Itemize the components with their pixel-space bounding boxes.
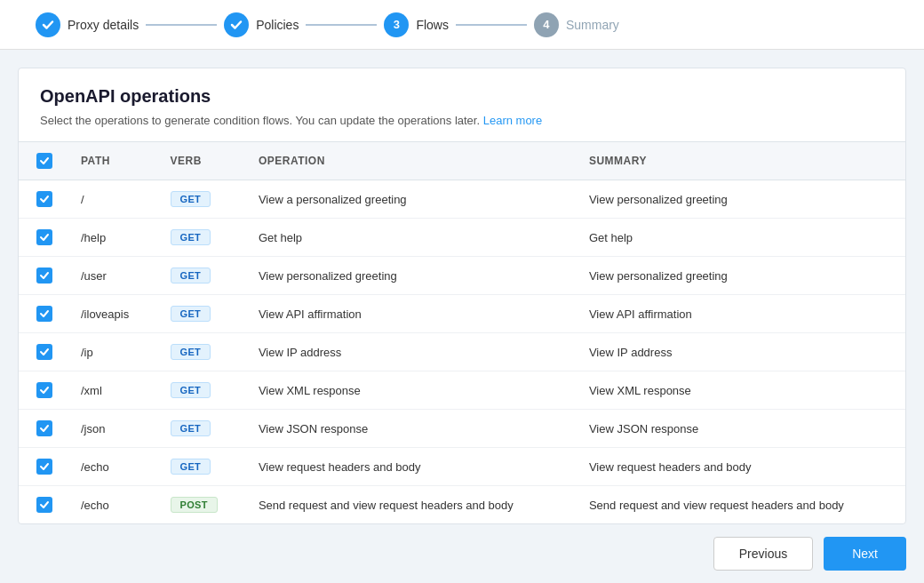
- table-row: /echoPOSTSend request and view request h…: [19, 486, 905, 524]
- row-operation: View IP address: [244, 333, 575, 371]
- step-summary: 4Summary: [534, 12, 619, 37]
- row-checkbox-cell: [19, 257, 67, 295]
- row-checkbox[interactable]: [36, 420, 52, 436]
- row-verb: GET: [156, 371, 244, 410]
- row-summary: View XML response: [575, 371, 905, 410]
- header-checkbox-col: [19, 142, 67, 180]
- step-icon-summary: 4: [534, 12, 559, 37]
- row-operation: Send request and view request headers an…: [244, 486, 575, 524]
- page-title: OpenAPI operations: [40, 86, 884, 107]
- table-row: /jsonGETView JSON responseView JSON resp…: [19, 410, 905, 448]
- table-body: /GETView a personalized greetingView per…: [19, 180, 905, 524]
- table-row: /userGETView personalized greetingView p…: [19, 257, 905, 295]
- row-checkbox-cell: [19, 295, 67, 333]
- row-checkbox[interactable]: [36, 191, 52, 207]
- row-summary: View API affirmation: [575, 295, 905, 333]
- row-path: /iloveapis: [67, 295, 156, 333]
- table-row: /xmlGETView XML responseView XML respons…: [19, 371, 905, 410]
- stepper: Proxy detailsPolicies3Flows4Summary: [0, 0, 924, 50]
- row-summary: Send request and view request headers an…: [575, 486, 905, 524]
- step-label-flows: Flows: [416, 18, 449, 32]
- row-checkbox[interactable]: [36, 382, 52, 398]
- header-summary: SUMMARY: [575, 142, 905, 180]
- row-verb: GET: [156, 219, 244, 257]
- card-header: OpenAPI operations Select the operations…: [19, 68, 905, 141]
- step-connector: [306, 24, 377, 26]
- row-path: /echo: [67, 448, 156, 486]
- row-operation: View personalized greeting: [244, 257, 575, 295]
- row-path: /user: [67, 257, 156, 295]
- table-row: /iloveapisGETView API affirmationView AP…: [19, 295, 905, 333]
- row-path: /: [67, 180, 156, 219]
- verb-badge-get: GET: [171, 344, 211, 360]
- step-label-proxy-details: Proxy details: [68, 18, 139, 32]
- row-summary: View JSON response: [575, 410, 905, 448]
- row-summary: View IP address: [575, 333, 905, 371]
- main-content: OpenAPI operations Select the operations…: [0, 50, 924, 524]
- step-policies: Policies: [224, 12, 299, 37]
- row-checkbox[interactable]: [36, 459, 52, 475]
- row-path: /xml: [67, 371, 156, 410]
- step-connector: [146, 24, 217, 26]
- row-checkbox[interactable]: [36, 229, 52, 245]
- row-checkbox-cell: [19, 219, 67, 257]
- row-operation: View a personalized greeting: [244, 180, 575, 219]
- row-checkbox-cell: [19, 371, 67, 410]
- row-checkbox-cell: [19, 333, 67, 371]
- operations-table: PATH VERB OPERATION SUMMARY /GETView a p…: [19, 142, 905, 523]
- row-checkbox[interactable]: [36, 306, 52, 322]
- row-summary: Get help: [575, 219, 905, 257]
- row-operation: View JSON response: [244, 410, 575, 448]
- row-path: /help: [67, 219, 156, 257]
- row-verb: GET: [156, 333, 244, 371]
- row-operation: Get help: [244, 219, 575, 257]
- row-checkbox[interactable]: [36, 497, 52, 513]
- row-path: /json: [67, 410, 156, 448]
- row-verb: GET: [156, 295, 244, 333]
- row-checkbox-cell: [19, 448, 67, 486]
- row-operation: View XML response: [244, 371, 575, 410]
- row-path: /echo: [67, 486, 156, 524]
- step-flows: 3Flows: [384, 12, 449, 37]
- row-checkbox-cell: [19, 410, 67, 448]
- verb-badge-get: GET: [171, 459, 211, 475]
- table-row: /helpGETGet helpGet help: [19, 219, 905, 257]
- table-row: /ipGETView IP addressView IP address: [19, 333, 905, 371]
- header-path: PATH: [67, 142, 156, 180]
- verb-badge-get: GET: [171, 268, 211, 284]
- verb-badge-get: GET: [171, 191, 211, 207]
- row-checkbox[interactable]: [36, 268, 52, 284]
- verb-badge-get: GET: [171, 382, 211, 398]
- row-checkbox-cell: [19, 486, 67, 524]
- description-text: Select the operations to generate condit…: [40, 114, 480, 127]
- select-all-checkbox[interactable]: [36, 153, 52, 169]
- table-row: /echoGETView request headers and bodyVie…: [19, 448, 905, 486]
- learn-more-link[interactable]: Learn more: [483, 114, 542, 127]
- row-verb: GET: [156, 257, 244, 295]
- row-verb: POST: [156, 486, 244, 524]
- row-summary: View personalized greeting: [575, 257, 905, 295]
- row-verb: GET: [156, 180, 244, 219]
- row-summary: View request headers and body: [575, 448, 905, 486]
- page-description: Select the operations to generate condit…: [40, 114, 884, 127]
- step-icon-flows: 3: [384, 12, 409, 37]
- row-checkbox-cell: [19, 180, 67, 219]
- previous-button[interactable]: Previous: [713, 537, 813, 571]
- header-verb: VERB: [156, 142, 244, 180]
- row-summary: View personalized greeting: [575, 180, 905, 219]
- verb-badge-post: POST: [171, 497, 218, 513]
- row-verb: GET: [156, 448, 244, 486]
- footer: Previous Next: [0, 524, 924, 583]
- row-path: /ip: [67, 333, 156, 371]
- header-operation: OPERATION: [244, 142, 575, 180]
- table-wrapper: PATH VERB OPERATION SUMMARY /GETView a p…: [19, 141, 905, 523]
- verb-badge-get: GET: [171, 229, 211, 245]
- step-label-summary: Summary: [566, 18, 619, 32]
- next-button[interactable]: Next: [824, 537, 906, 571]
- table-row: /GETView a personalized greetingView per…: [19, 180, 905, 219]
- verb-badge-get: GET: [171, 420, 211, 436]
- step-icon-proxy-details: [36, 12, 60, 37]
- row-operation: View request headers and body: [244, 448, 575, 486]
- row-checkbox[interactable]: [36, 344, 52, 360]
- step-connector: [456, 24, 527, 26]
